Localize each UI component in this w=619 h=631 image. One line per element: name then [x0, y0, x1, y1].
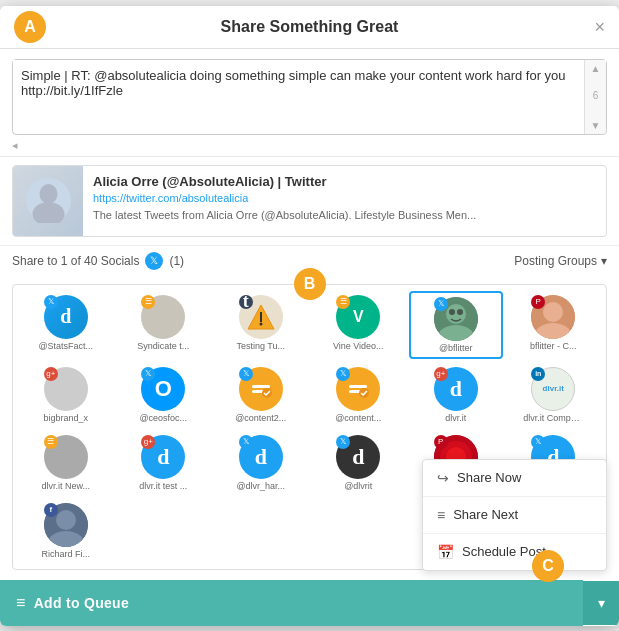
dlvrit-letter: d: [450, 376, 462, 402]
network-icon-pinterest2: P: [434, 435, 448, 449]
scroll-down-arrow[interactable]: ▼: [591, 120, 601, 131]
svg-point-26: [56, 510, 76, 530]
char-count: 6: [593, 90, 599, 101]
socials-left: Share to 1 of 40 Socials 𝕏 (1): [12, 252, 184, 270]
vine-letter: V: [353, 308, 364, 326]
dlvrit-main-letter: d: [352, 444, 364, 470]
twitter-count: (1): [169, 254, 184, 268]
social-label-ceos: @ceosfoc...: [133, 413, 193, 423]
arrow-icon: ▾: [598, 595, 605, 611]
social-item-richard[interactable]: f Richard Fi...: [19, 499, 113, 563]
link-preview: Alicia Orre (@AbsoluteAlicia) | Twitter …: [12, 165, 607, 237]
link-preview-image: [13, 166, 83, 236]
network-icon-rss3: ☰: [44, 435, 58, 449]
twitter-icon: 𝕏: [150, 255, 158, 266]
social-item-dlvrit-har[interactable]: 𝕏 d @dlvr_har...: [214, 431, 308, 495]
network-icon-twitter2: 𝕏: [434, 297, 448, 311]
social-item-syndicate[interactable]: ☰ Syndicate t...: [117, 291, 211, 359]
social-item-dlvrit[interactable]: g+ d dlvr.it: [409, 363, 503, 427]
link-preview-url: https://twitter.com/absolutealicia: [93, 192, 596, 204]
scrollbar: ▲ 6 ▼: [584, 60, 606, 134]
social-label-dlvrit-test: dlvr.it test ...: [133, 481, 193, 491]
network-icon-pinterest: P: [531, 295, 545, 309]
svg-point-5: [259, 322, 262, 325]
social-item-dlvrit-main[interactable]: 𝕏 d @dlvrit: [312, 431, 406, 495]
social-item-bigbrand[interactable]: g+ bigbrand_x: [19, 363, 113, 427]
schedule-post-icon: 📅: [437, 544, 454, 560]
social-item-dlvrit-new[interactable]: ☰ dlvr.it New...: [19, 431, 113, 495]
network-icon-twitter: 𝕏: [44, 295, 58, 309]
social-item-content2[interactable]: 𝕏 @content...: [312, 363, 406, 427]
modal-title: Share Something Great: [221, 18, 399, 36]
social-item-ceos[interactable]: 𝕏 O @ceosfoc...: [117, 363, 211, 427]
social-label-bflitter2: bflitter - C...: [523, 341, 583, 351]
social-label-stats: @StatsFact...: [36, 341, 96, 351]
text-area-wrapper: Simple | RT: @absolutealicia doing somet…: [12, 59, 607, 135]
svg-point-12: [543, 302, 563, 322]
modal-container: A Share Something Great × Simple | RT: @…: [0, 6, 619, 626]
text-area-section: Simple | RT: @absolutealicia doing somet…: [0, 49, 619, 135]
share-now-label: Share Now: [457, 470, 521, 485]
svg-point-10: [457, 309, 463, 315]
dlvrit-co-text: dlvr.it: [543, 384, 564, 393]
svg-rect-15: [252, 385, 270, 388]
posting-groups-button[interactable]: Posting Groups ▾: [514, 254, 607, 268]
network-icon-twitter5: 𝕏: [336, 367, 350, 381]
social-item-dlvrit-co[interactable]: in dlvr.it dlvr.it Companies: [507, 363, 601, 427]
social-item-dlvrit-test[interactable]: g+ d dlvr.it test ...: [117, 431, 211, 495]
share-next-icon: ≡: [437, 507, 445, 523]
dlvrit-har-letter: d: [255, 444, 267, 470]
svg-point-18: [344, 375, 372, 403]
social-label-dlvrit: dlvr.it: [426, 413, 486, 423]
bottom-bar: ≡ Add to Queue ▾: [0, 580, 619, 626]
network-icon-tumblr: t: [239, 295, 253, 309]
social-label-bigbrand: bigbrand_x: [36, 413, 96, 423]
chevron-down-icon: ▾: [601, 254, 607, 268]
add-to-queue-button[interactable]: ≡ Add to Queue: [0, 580, 583, 626]
post-textarea[interactable]: Simple | RT: @absolutealicia doing somet…: [13, 60, 606, 130]
social-label-dlvrit-co: dlvr.it Companies: [523, 413, 583, 423]
social-label-vine: Vine Video...: [328, 341, 388, 351]
posting-groups-label: Posting Groups: [514, 254, 597, 268]
network-icon-google: g+: [44, 367, 58, 381]
network-icon-rss2: ☰: [336, 295, 350, 309]
network-icon-rss: ☰: [141, 295, 155, 309]
social-label-dlvrit-new: dlvr.it New...: [36, 481, 96, 491]
social-item-content1[interactable]: 𝕏 @content2...: [214, 363, 308, 427]
preview-avatar-image: [26, 178, 71, 223]
network-icon-twitter4: 𝕏: [239, 367, 253, 381]
schedule-post-item[interactable]: 📅 Schedule Post: [423, 534, 606, 570]
link-preview-thumbnail: [13, 166, 83, 236]
badge-c: C: [532, 550, 564, 582]
social-label-dlvrit-har: @dlvr_har...: [231, 481, 291, 491]
social-item-stats[interactable]: 𝕏 d @StatsFact...: [19, 291, 113, 359]
share-now-item[interactable]: ↪ Share Now: [423, 460, 606, 497]
close-button[interactable]: ×: [594, 18, 605, 36]
link-preview-content: Alicia Orre (@AbsoluteAlicia) | Twitter …: [83, 166, 606, 236]
scroll-hint: ◂: [0, 135, 619, 157]
add-queue-dropdown-button[interactable]: ▾: [583, 581, 619, 625]
link-preview-description: The latest Tweets from Alicia Orre (@Abs…: [93, 208, 596, 223]
scroll-hint-arrow: ◂: [12, 139, 18, 152]
share-next-label: Share Next: [453, 507, 518, 522]
network-icon-google2: g+: [434, 367, 448, 381]
twitter-badge: 𝕏: [145, 252, 163, 270]
network-icon-twitter8: 𝕏: [531, 435, 545, 449]
scroll-up-arrow[interactable]: ▲: [591, 63, 601, 74]
network-icon-twitter3: 𝕏: [141, 367, 155, 381]
network-icon-twitter6: 𝕏: [239, 435, 253, 449]
social-item-vine[interactable]: ☰ V Vine Video...: [312, 291, 406, 359]
share-now-icon: ↪: [437, 470, 449, 486]
add-queue-icon: ≡: [16, 594, 26, 612]
network-icon-facebook: f: [44, 503, 58, 517]
social-label-dlvrit-main: @dlvrit: [328, 481, 388, 491]
content2-icon: [344, 375, 372, 403]
share-next-item[interactable]: ≡ Share Next: [423, 497, 606, 534]
social-item-testing[interactable]: t Testing Tu...: [214, 291, 308, 359]
avatar-letter: d: [60, 305, 71, 328]
social-item-bflitter[interactable]: 𝕏 @bflitter: [409, 291, 503, 359]
social-item-bflitter2[interactable]: P bflitter - C...: [507, 291, 601, 359]
dropdown-menu: ↪ Share Now ≡ Share Next 📅 Schedule Post: [422, 459, 607, 571]
network-icon-linkedin: in: [531, 367, 545, 381]
badge-a: A: [14, 11, 46, 43]
